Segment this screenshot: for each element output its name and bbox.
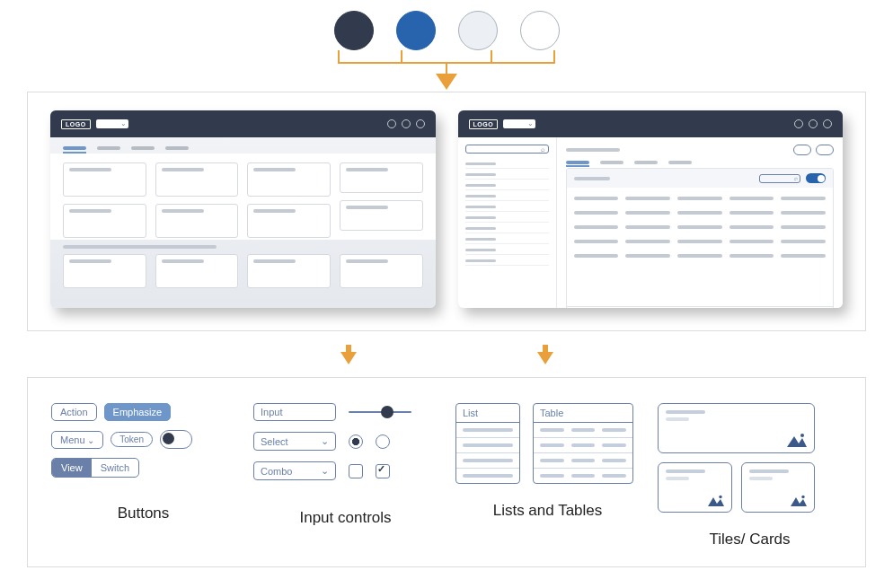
- header-actions: [794, 119, 832, 128]
- shell-selector[interactable]: [503, 119, 535, 128]
- mockups-panel: LOGO: [27, 92, 866, 331]
- tile[interactable]: [247, 254, 331, 288]
- svg-marker-7: [708, 497, 724, 506]
- mock-master-detail: LOGO: [458, 110, 844, 308]
- image-icon: [791, 495, 807, 506]
- header-action[interactable]: [816, 145, 834, 155]
- header-dot-icon[interactable]: [402, 119, 411, 128]
- list-example: List: [455, 403, 520, 484]
- header-action[interactable]: [793, 145, 811, 155]
- list-item[interactable]: [465, 159, 549, 169]
- svg-marker-9: [791, 497, 807, 506]
- menu-button[interactable]: Menu: [51, 431, 103, 449]
- section-title: Lists and Tables: [493, 502, 603, 520]
- palette-swatches: [0, 0, 893, 50]
- radio-unselected[interactable]: [376, 434, 390, 449]
- list-item[interactable]: [456, 469, 519, 483]
- table-row[interactable]: [534, 453, 632, 469]
- tile-wide[interactable]: [340, 162, 423, 193]
- components-panel: Action Emphasize Menu Token View Switch …: [27, 377, 866, 567]
- segment-view[interactable]: View: [52, 459, 92, 477]
- tile[interactable]: [247, 204, 331, 238]
- card-large[interactable]: [658, 403, 815, 453]
- search-input[interactable]: [465, 145, 549, 154]
- tile[interactable]: [340, 254, 423, 288]
- list-item[interactable]: [465, 234, 549, 244]
- list-item[interactable]: [465, 224, 549, 233]
- list-item[interactable]: [465, 213, 549, 223]
- swatch-navy: [334, 11, 374, 50]
- tab[interactable]: [131, 146, 155, 150]
- slider[interactable]: [349, 411, 411, 413]
- emphasize-button[interactable]: Emphasize: [104, 403, 171, 421]
- tile[interactable]: [63, 254, 146, 288]
- chevron-down-icon: [321, 435, 329, 447]
- checkbox-checked[interactable]: [376, 464, 390, 478]
- list-item[interactable]: [465, 245, 549, 255]
- table-title: [574, 177, 610, 180]
- list-item[interactable]: [465, 180, 549, 190]
- checkbox-unchecked[interactable]: [349, 464, 363, 478]
- tile-wide[interactable]: [340, 200, 423, 231]
- header-dot-icon[interactable]: [387, 119, 396, 128]
- tile[interactable]: [155, 254, 239, 288]
- radio-selected[interactable]: [349, 434, 363, 449]
- tile[interactable]: [63, 162, 146, 197]
- list-item[interactable]: [456, 423, 519, 438]
- svg-point-8: [719, 496, 721, 498]
- tab[interactable]: [63, 146, 86, 150]
- tab[interactable]: [668, 161, 692, 164]
- select-field[interactable]: Select: [253, 432, 336, 451]
- list-item[interactable]: [465, 256, 549, 266]
- tab[interactable]: [600, 161, 623, 164]
- header-dot-icon[interactable]: [416, 119, 425, 128]
- section-title: Buttons: [118, 505, 170, 522]
- list-item[interactable]: [465, 191, 549, 201]
- action-button[interactable]: Action: [51, 403, 97, 421]
- tile[interactable]: [155, 162, 239, 197]
- segmented-button[interactable]: View Switch: [51, 458, 139, 478]
- svg-marker-0: [436, 74, 457, 90]
- swatch-white: [520, 11, 560, 50]
- table-toggle[interactable]: [806, 173, 826, 183]
- tab[interactable]: [634, 161, 658, 164]
- svg-marker-1: [340, 352, 357, 364]
- table-example: Table: [533, 403, 633, 484]
- tile[interactable]: [155, 204, 239, 238]
- launchpad-tabs: [50, 137, 436, 154]
- shell-selector[interactable]: [96, 119, 128, 128]
- section-title: Input controls: [299, 509, 391, 527]
- list-item[interactable]: [465, 170, 549, 180]
- svg-point-10: [801, 496, 804, 498]
- list-item[interactable]: [456, 453, 519, 469]
- header-dot-icon[interactable]: [809, 119, 818, 128]
- input-field[interactable]: Input: [253, 403, 336, 421]
- object-title: [566, 148, 620, 152]
- list-item[interactable]: [465, 202, 549, 212]
- tab[interactable]: [97, 146, 120, 150]
- mock-header: LOGO: [458, 110, 844, 137]
- combo-field[interactable]: Combo: [253, 461, 336, 480]
- table-row[interactable]: [534, 423, 632, 438]
- header-dot-icon[interactable]: [823, 119, 832, 128]
- tab[interactable]: [566, 161, 589, 164]
- tile[interactable]: [63, 204, 146, 238]
- tile[interactable]: [247, 162, 331, 197]
- table-row[interactable]: [534, 438, 632, 453]
- image-icon: [787, 433, 807, 447]
- switch-toggle[interactable]: [160, 430, 192, 449]
- header-dot-icon[interactable]: [794, 119, 803, 128]
- tab[interactable]: [165, 146, 189, 150]
- card-small[interactable]: [658, 462, 732, 513]
- flow-arrows-middle: [0, 345, 893, 366]
- token-chip[interactable]: Token: [111, 432, 153, 447]
- card-small[interactable]: [741, 462, 816, 513]
- logo-badge: LOGO: [61, 119, 91, 129]
- col-tiles: Tiles/ Cards: [658, 403, 842, 549]
- table-header: Table: [534, 404, 632, 423]
- list-item[interactable]: [456, 438, 519, 453]
- table-row[interactable]: [534, 469, 632, 483]
- col-buttons: Action Emphasize Menu Token View Switch …: [51, 403, 235, 549]
- segment-switch[interactable]: Switch: [92, 459, 138, 477]
- table-search[interactable]: [759, 174, 800, 183]
